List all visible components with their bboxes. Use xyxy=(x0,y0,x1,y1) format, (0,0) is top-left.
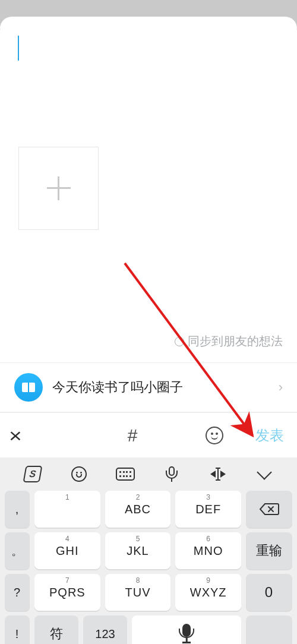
add-image-button[interactable] xyxy=(18,147,99,230)
compose-textarea[interactable] xyxy=(18,36,19,61)
key-enter[interactable] xyxy=(246,615,292,644)
kbd-emoji-button[interactable] xyxy=(56,466,102,482)
key-question[interactable]: ? xyxy=(5,574,30,611)
key-0[interactable]: 0 xyxy=(246,574,292,611)
key-3[interactable]: 3DEF xyxy=(175,491,241,528)
keyboard-toolbar: S xyxy=(0,457,297,491)
book-icon xyxy=(22,383,35,392)
sheet-backdrop xyxy=(0,0,297,17)
sync-label: 同步到朋友的想法 xyxy=(188,333,283,349)
circle-selector[interactable]: 读书圈 今天你读书了吗小圈子 › xyxy=(0,362,297,412)
plus-icon xyxy=(45,174,73,203)
ime-logo-button[interactable]: S xyxy=(10,466,56,482)
key-8[interactable]: 8TUV xyxy=(105,574,171,611)
circle-icon-badge: 读书圈 xyxy=(7,356,23,363)
kbd-cursor-button[interactable] xyxy=(195,468,241,480)
circle-name: 今天你读书了吗小圈子 xyxy=(43,378,279,396)
screen: 同步到朋友的想法 读书圈 今天你读书了吗小圈子 › × # 发表 S xyxy=(0,0,297,644)
key-9[interactable]: 9WXYZ xyxy=(175,574,241,611)
emoji-button[interactable] xyxy=(206,427,223,444)
kbd-collapse-button[interactable] xyxy=(241,471,287,478)
kbd-layout-button[interactable] xyxy=(102,468,148,481)
keyboard-grid: , 1 2ABC 3DEF 。 4GHI 5JKL 6MNO 重输 ? 7PQR… xyxy=(5,491,292,632)
compose-action-bar: × # 发表 xyxy=(0,412,297,457)
key-exclaim[interactable]: ! xyxy=(5,615,30,644)
kbd-voice-button[interactable] xyxy=(148,466,195,482)
key-1[interactable]: 1 xyxy=(34,491,100,528)
key-symbols[interactable]: 符 xyxy=(34,615,78,644)
close-button[interactable]: × xyxy=(9,425,22,446)
publish-button[interactable]: 发表 xyxy=(255,426,284,445)
key-123[interactable]: 123 xyxy=(83,615,127,644)
key-backspace[interactable] xyxy=(246,491,292,528)
hashtag-button[interactable]: # xyxy=(128,425,138,446)
radio-unchecked-icon xyxy=(175,337,184,346)
key-4[interactable]: 4GHI xyxy=(34,532,100,569)
key-6[interactable]: 6MNO xyxy=(175,532,241,569)
key-comma[interactable]: , xyxy=(5,491,30,528)
key-period[interactable]: 。 xyxy=(5,532,30,569)
sync-to-friends-toggle[interactable]: 同步到朋友的想法 xyxy=(175,333,283,349)
sheet-top xyxy=(0,17,297,29)
keyboard: S , 1 2ABC 3DEF 。 4GHI 5JKL xyxy=(0,457,297,644)
chevron-right-icon: › xyxy=(279,380,283,395)
key-reenter[interactable]: 重输 xyxy=(246,532,292,569)
mic-icon xyxy=(132,615,241,644)
key-space[interactable] xyxy=(132,615,241,644)
key-5[interactable]: 5JKL xyxy=(105,532,171,569)
key-2[interactable]: 2ABC xyxy=(105,491,171,528)
key-7[interactable]: 7PQRS xyxy=(34,574,100,611)
circle-icon: 读书圈 xyxy=(14,373,43,402)
